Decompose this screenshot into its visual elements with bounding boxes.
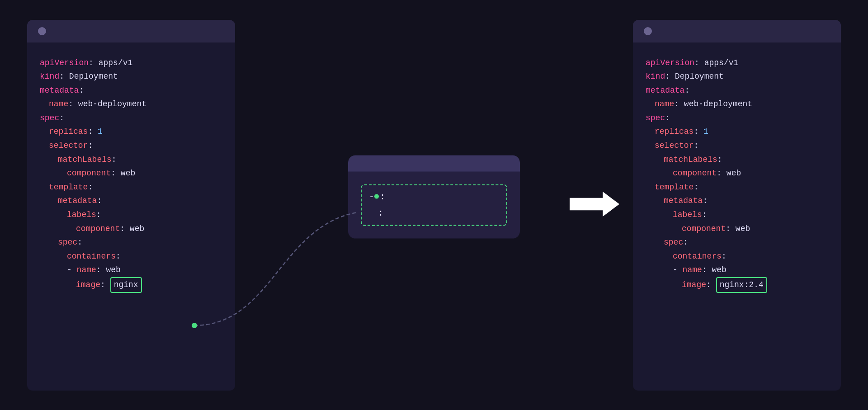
- code-line: replicas: 1: [646, 125, 828, 139]
- code-line: metadata:: [40, 194, 222, 208]
- main-container: apiVersion: apps/v1kind: Deploymentmetad…: [0, 0, 868, 410]
- left-panel-header: [27, 20, 235, 42]
- code-line: matchLabels:: [646, 153, 828, 167]
- arrow-right: [570, 190, 619, 220]
- code-line: component: web: [646, 166, 828, 180]
- code-line: containers:: [40, 250, 222, 264]
- code-line: metadata:: [646, 194, 828, 208]
- code-line: component: web: [646, 222, 828, 236]
- kust-body: -: :: [348, 171, 520, 238]
- image-value-highlight-right: nginx:2.4: [716, 277, 767, 293]
- code-line: spec:: [646, 111, 828, 125]
- arrow-icon: [570, 190, 619, 217]
- left-panel-dot: [38, 27, 46, 35]
- kust-newtag-line: :: [369, 205, 499, 221]
- code-line: labels:: [646, 208, 828, 222]
- code-line: matchLabels:: [40, 153, 222, 167]
- code-line: name: web-deployment: [40, 97, 222, 111]
- code-line: metadata:: [40, 84, 222, 98]
- code-line: replicas: 1: [40, 125, 222, 139]
- code-line: apiVersion: apps/v1: [40, 56, 222, 70]
- kust-highlighted-block: -: :: [361, 184, 507, 226]
- right-code-panel: apiVersion: apps/v1kind: Deploymentmetad…: [633, 20, 841, 391]
- kust-header: [348, 155, 520, 171]
- code-line: - name: web: [40, 263, 222, 277]
- code-line: labels:: [40, 208, 222, 222]
- kustomization-panel: -: :: [348, 155, 520, 238]
- svg-marker-0: [570, 192, 619, 217]
- code-line: kind: Deployment: [40, 70, 222, 84]
- image-value-highlight: nginx: [110, 277, 142, 293]
- code-line: image: nginx: [40, 277, 222, 293]
- code-line: kind: Deployment: [646, 70, 828, 84]
- kust-dot: [374, 194, 379, 199]
- left-code-panel: apiVersion: apps/v1kind: Deploymentmetad…: [27, 20, 235, 391]
- code-line: spec:: [40, 111, 222, 125]
- right-panel-body: apiVersion: apps/v1kind: Deploymentmetad…: [633, 42, 841, 391]
- code-line: template:: [646, 180, 828, 194]
- code-line: apiVersion: apps/v1: [646, 56, 828, 70]
- code-line: metadata:: [646, 84, 828, 98]
- right-panel-dot: [644, 27, 652, 35]
- code-line: component: web: [40, 166, 222, 180]
- code-line: template:: [40, 180, 222, 194]
- code-line: selector:: [40, 139, 222, 153]
- kust-dash: -: [369, 191, 374, 202]
- code-line: spec:: [646, 236, 828, 250]
- right-panel-header: [633, 20, 841, 42]
- code-line: containers:: [646, 250, 828, 264]
- left-panel-body: apiVersion: apps/v1kind: Deploymentmetad…: [27, 42, 235, 391]
- code-line: selector:: [646, 139, 828, 153]
- code-line: spec:: [40, 236, 222, 250]
- code-line: name: web-deployment: [646, 97, 828, 111]
- kust-name-line: -:: [369, 189, 499, 205]
- code-line: component: web: [40, 222, 222, 236]
- center-section: -: :: [235, 20, 633, 391]
- code-line: - name: web: [646, 263, 828, 277]
- code-line: image: nginx:2.4: [646, 277, 828, 293]
